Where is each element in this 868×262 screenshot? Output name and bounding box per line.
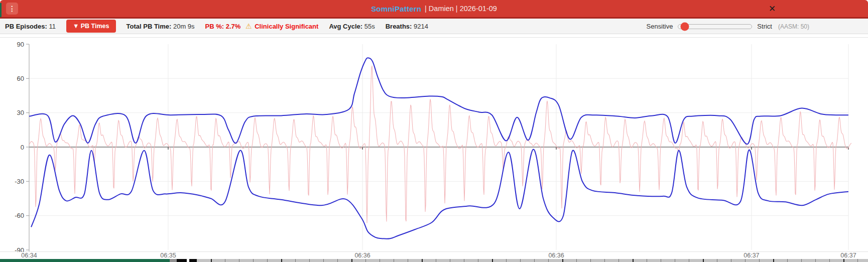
clinical-warning-text: Clinically Significant bbox=[255, 23, 318, 30]
ruler-tick bbox=[829, 259, 830, 262]
ruler-tick bbox=[436, 259, 436, 262]
stat-pb-percent: PB %: 2.7% ⚠ Clinically Significant bbox=[205, 22, 319, 30]
ruler-tick bbox=[351, 259, 352, 262]
ruler-tick bbox=[506, 259, 507, 262]
sensitive-label: Sensitive bbox=[647, 23, 673, 30]
ruler-tick bbox=[633, 259, 634, 262]
somnipattern-window: ⋮ SomniPattern | Damien | 2026-01-09 ✕ P… bbox=[0, 0, 868, 262]
ruler-tick bbox=[604, 259, 605, 262]
x-tick-label: 06:37 bbox=[743, 252, 759, 259]
ruler-tick bbox=[464, 259, 464, 262]
app-name: SomniPattern bbox=[371, 5, 421, 13]
ruler-tick bbox=[295, 259, 296, 262]
ruler-tick bbox=[576, 259, 577, 262]
ruler-tick bbox=[309, 259, 310, 262]
ruler-tick bbox=[562, 259, 563, 262]
ruler-tick bbox=[745, 259, 746, 262]
breath-flow-chart[interactable]: 9060300-30-60-90 bbox=[0, 37, 868, 252]
sensitivity-slider[interactable] bbox=[678, 24, 752, 29]
ruler-tick bbox=[703, 259, 704, 262]
ruler-tick bbox=[590, 259, 591, 262]
ruler-tick bbox=[239, 259, 239, 262]
ruler-tick bbox=[408, 259, 408, 262]
pb-chart-panel: 9060300-30-60-90 06:3406:3506:3606:3606:… bbox=[0, 34, 868, 262]
ruler-tick bbox=[267, 259, 268, 262]
ruler-tick bbox=[422, 259, 423, 262]
slider-thumb[interactable] bbox=[681, 22, 689, 31]
ruler-tick bbox=[211, 259, 212, 262]
ruler-tick bbox=[843, 259, 844, 262]
ruler-tick bbox=[773, 259, 774, 262]
ruler-tick bbox=[450, 259, 450, 262]
stat-value: 11 bbox=[49, 23, 56, 30]
strict-label: Strict bbox=[757, 23, 772, 30]
ruler-tick bbox=[689, 259, 689, 262]
ruler-tick bbox=[731, 259, 731, 262]
ruler-tick bbox=[661, 259, 661, 262]
x-tick-label: 06:36 bbox=[548, 252, 564, 259]
stat-breaths: Breaths: 9214 bbox=[386, 23, 428, 30]
x-tick-label: 06:35 bbox=[160, 252, 176, 259]
svg-text:30: 30 bbox=[17, 109, 24, 116]
ruler-tick bbox=[225, 259, 225, 262]
ruler-tick bbox=[717, 259, 717, 262]
x-tick-label: 06:36 bbox=[354, 252, 370, 259]
ruler-tick bbox=[365, 259, 366, 262]
close-button[interactable]: ✕ bbox=[766, 2, 779, 15]
x-tick-label: 06:37 bbox=[840, 252, 856, 259]
svg-text:-60: -60 bbox=[15, 212, 24, 219]
x-axis-labels: 06:3406:3506:3606:3606:3706:37 bbox=[0, 252, 868, 259]
stat-value: 55s bbox=[364, 23, 375, 30]
titlebar: ⋮ SomniPattern | Damien | 2026-01-09 ✕ bbox=[0, 0, 868, 17]
stat-label: PB Episodes: bbox=[5, 23, 47, 30]
aasm-threshold: (AASM: 50) bbox=[778, 23, 809, 30]
ruler-tick bbox=[380, 259, 380, 262]
close-icon: ✕ bbox=[769, 4, 776, 14]
stat-value: 2.7% bbox=[226, 23, 241, 30]
patient-and-date: | Damien | 2026-01-09 bbox=[425, 5, 497, 13]
background-window-edge bbox=[0, 3, 2, 17]
ruler-tick bbox=[478, 259, 478, 262]
ruler-tick bbox=[857, 259, 858, 262]
menu-button[interactable]: ⋮ bbox=[6, 3, 18, 15]
ruler-tick bbox=[337, 259, 338, 262]
ruler-tick bbox=[801, 259, 802, 262]
stat-label: PB %: bbox=[205, 23, 224, 30]
ruler-tick bbox=[618, 259, 619, 262]
stat-label: Breaths: bbox=[386, 23, 412, 30]
x-tick-label: 06:34 bbox=[21, 252, 37, 259]
ruler-handle-segment bbox=[170, 259, 177, 262]
ruler-tick bbox=[534, 259, 535, 262]
timeline-scrollbar[interactable] bbox=[0, 259, 868, 262]
stat-pb-episodes: PB Episodes: 11 bbox=[5, 23, 56, 30]
stat-label: Avg Cycle: bbox=[329, 23, 362, 30]
svg-text:60: 60 bbox=[17, 75, 24, 82]
ruler-tick bbox=[394, 259, 394, 262]
pb-times-button[interactable]: ▼ PB Times bbox=[66, 20, 116, 33]
window-title: SomniPattern | Damien | 2026-01-09 bbox=[0, 0, 868, 17]
ruler-marker-slit bbox=[187, 259, 189, 262]
ruler-tick bbox=[492, 259, 493, 262]
stats-toolbar: PB Episodes: 11 ▼ PB Times Total PB Time… bbox=[0, 17, 868, 34]
svg-text:90: 90 bbox=[17, 41, 24, 48]
svg-text:-30: -30 bbox=[15, 178, 24, 185]
stat-value: 9214 bbox=[414, 23, 428, 30]
stat-avg-cycle: Avg Cycle: 55s bbox=[329, 23, 375, 30]
ruler-tick bbox=[520, 259, 521, 262]
ruler-tick bbox=[548, 259, 549, 262]
stat-value: 20m 9s bbox=[173, 23, 195, 30]
ruler-tick bbox=[787, 259, 788, 262]
stat-label: Total PB Time: bbox=[127, 23, 172, 30]
sensitivity-group: Sensitive Strict (AASM: 50) bbox=[647, 19, 809, 34]
warning-icon: ⚠ bbox=[245, 22, 252, 30]
svg-text:0: 0 bbox=[21, 144, 24, 151]
ruler-progress-segment bbox=[0, 259, 170, 262]
ruler-tick bbox=[815, 259, 816, 262]
ruler-tick bbox=[281, 259, 282, 262]
ruler-tick bbox=[323, 259, 324, 262]
ruler-tick bbox=[759, 259, 760, 262]
ruler-tick bbox=[675, 259, 675, 262]
svg-text:-90: -90 bbox=[15, 246, 24, 252]
ruler-tick bbox=[647, 259, 647, 262]
ruler-tick bbox=[253, 259, 254, 262]
